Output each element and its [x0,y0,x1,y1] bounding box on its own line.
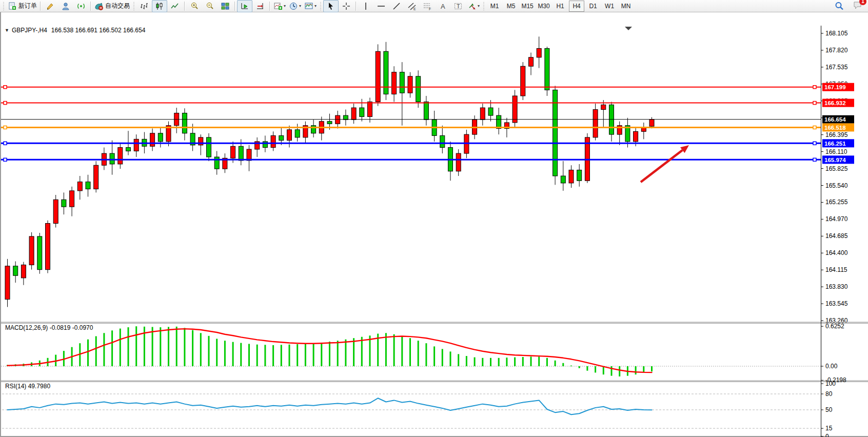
timeframe-W1[interactable]: W1 [602,1,617,12]
bar-chart-button[interactable] [136,0,152,12]
main-toolbar: 新订单 自动交易 [0,0,868,12]
timeframe-M1[interactable]: M1 [487,1,502,12]
hline-handle[interactable] [4,86,7,89]
candle [77,182,82,191]
toolbar-grip [3,2,5,10]
line-chart-button[interactable] [167,0,183,12]
toolbar-right: 1 [834,0,863,12]
notification-badge: 1 [859,0,866,5]
timeframe-MN[interactable]: MN [618,1,634,12]
candle [634,131,638,142]
hline-handle[interactable] [813,158,816,161]
vertical-line-icon [361,2,370,11]
price-tag-label: 165.974 [824,157,846,163]
price-tag-label: 167.199 [824,84,846,90]
macd-histogram-bar [361,337,363,366]
candle [456,153,461,171]
candle [577,170,582,181]
toolbar-separator [40,2,41,11]
hline-handle[interactable] [813,142,816,145]
candle [13,266,18,275]
text-button[interactable]: A [435,0,450,12]
price-axis-label: 165.540 [825,182,848,189]
candlestick-chart-button[interactable] [152,0,167,12]
timeframe-M5[interactable]: M5 [503,1,519,12]
cursor-button[interactable] [323,0,339,12]
price-axis-label: 165.255 [825,198,848,206]
signals-button[interactable] [73,0,89,12]
zoom-in-icon [190,2,199,11]
price-axis-label: 165.825 [825,165,848,172]
fibonacci-icon: F [423,2,432,11]
toolbar-separator [234,2,235,11]
periods-button[interactable]: ▾ [287,0,303,12]
macd-histogram-bar [522,357,524,366]
zoom-out-button[interactable] [202,0,218,12]
metaeditor-icon [46,2,55,11]
title-collapse-arrow[interactable]: ▼ [5,28,9,33]
chart-shift-button[interactable] [252,0,268,12]
equidistant-channel-icon: E [407,2,417,11]
channel-button[interactable]: E [404,0,420,12]
cursor-icon [326,2,336,11]
candle [497,115,501,128]
candle [271,135,275,147]
new-order-button[interactable]: 新订单 [6,0,38,12]
macd-histogram-bar [184,328,185,366]
candle [5,266,10,300]
text-label-button[interactable]: T [450,0,466,12]
toolbar-separator [356,2,357,11]
macd-histogram-bar [305,344,306,366]
macd-histogram-bar [87,340,89,366]
hline-handle[interactable] [4,142,7,145]
new-order-label: 新订单 [18,2,37,10]
timeframe-H4[interactable]: H4 [569,1,584,12]
chart-shift-marker[interactable] [625,27,632,30]
candle [545,48,549,90]
timeframe-H1[interactable]: H1 [553,1,568,12]
timeframe-M30[interactable]: M30 [536,1,551,12]
profile-button[interactable] [58,0,73,12]
autoscroll-button[interactable] [237,0,252,12]
candle [529,57,534,66]
crosshair-button[interactable] [339,0,354,12]
hline-handle[interactable] [813,102,816,105]
indicators-button[interactable]: ▾ [272,0,287,12]
svg-text:F: F [429,7,431,11]
arrows-button[interactable]: ▾ [466,0,481,12]
candle [343,115,348,120]
trendline-button[interactable] [389,0,404,12]
macd-histogram-bar [135,326,137,366]
fibonacci-button[interactable]: F [420,0,435,12]
templates-button[interactable]: ▾ [303,0,318,12]
macd-histogram-bar [433,346,435,366]
price-axis-label: 167.535 [825,64,848,71]
horizontal-line-button[interactable] [373,0,389,12]
autotrading-button[interactable]: 自动交易 [93,0,131,12]
hline-handle[interactable] [813,86,816,89]
macd-histogram-bar [530,356,532,366]
candle [150,133,155,146]
vertical-line-button[interactable] [358,0,373,12]
macd-histogram-bar [248,344,250,366]
candle [521,66,525,96]
metaeditor-button[interactable] [43,0,58,12]
hline-handle[interactable] [4,126,7,129]
notifications-button[interactable]: 1 [853,0,863,12]
zoom-in-button[interactable] [187,0,202,12]
hline-handle[interactable] [4,102,7,105]
search-icon[interactable] [834,1,844,11]
timeframe-M15[interactable]: M15 [520,1,535,12]
candle [158,133,163,142]
price-axis-label: 164.400 [825,249,848,256]
trend-arrow[interactable] [641,150,682,182]
timeframe-D1[interactable]: D1 [585,1,601,12]
hline-handle[interactable] [813,126,816,129]
macd-histogram-bar [538,356,540,366]
templates-icon [304,2,313,11]
tile-windows-button[interactable] [218,0,233,12]
macd-histogram-bar [450,351,451,366]
macd-histogram-bar [611,366,613,376]
macd-histogram-bar [603,366,604,374]
hline-handle[interactable] [4,158,7,161]
